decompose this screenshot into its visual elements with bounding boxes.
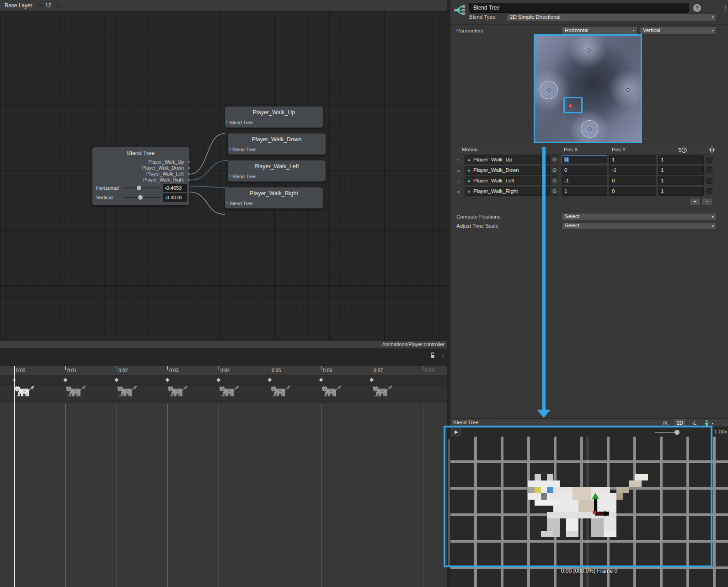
drag-handle[interactable]: = (457, 178, 460, 185)
pos-y-field[interactable]: 0 (609, 176, 656, 185)
tick-label: 0:00 (16, 368, 25, 373)
node-player-walk-up[interactable]: Player_Walk_Up Blend Tree (225, 107, 323, 128)
unlock-icon[interactable] (429, 352, 436, 359)
motion-table-header: Motion Pos X Pos Y (456, 145, 716, 155)
blend-space-graph[interactable] (534, 34, 642, 143)
speed-field[interactable]: 1 (658, 166, 704, 175)
transform-gizmo[interactable] (582, 493, 609, 520)
unity-editor: Base Layer 12 Blend Tree Player_Walk_Up … (0, 0, 728, 587)
blend-type-dropdown[interactable]: 2D Simple Directional (507, 13, 717, 21)
parameter-y-dropdown[interactable]: Vertical (640, 27, 717, 35)
object-picker-icon[interactable]: ⊙ (551, 176, 558, 185)
output-port-walk-up[interactable]: Player_Walk_Up (92, 159, 189, 165)
slider-handle[interactable] (137, 186, 141, 190)
keyframe[interactable] (369, 377, 374, 382)
avatar-selector[interactable]: ▼ (701, 419, 717, 427)
breadcrumb-blend-tree-12[interactable]: 12 (45, 2, 51, 9)
vertical-slider[interactable] (123, 197, 160, 198)
blend-tree-node[interactable]: Blend Tree Player_Walk_Up Player_Walk_Do… (92, 147, 189, 205)
parameter-x-dropdown[interactable]: Horizontal (562, 27, 637, 35)
keyframe[interactable] (318, 377, 323, 382)
keyframe-track[interactable] (0, 375, 447, 384)
ik-toggle-button[interactable]: IK (661, 419, 670, 427)
drag-handle[interactable]: = (457, 189, 460, 195)
pos-y-field[interactable]: -1 (609, 166, 656, 175)
inspector-menu-icon[interactable]: ⋮ (723, 4, 728, 11)
remove-motion-button[interactable]: − (701, 198, 713, 205)
drag-handle[interactable]: = (457, 157, 460, 164)
object-picker-icon[interactable]: ⊙ (551, 187, 558, 196)
pos-x-field[interactable]: 0 (562, 166, 607, 175)
cat-sprite-thumbnail (15, 386, 34, 400)
horizontal-slider[interactable] (123, 187, 160, 188)
mirror-checkbox[interactable] (707, 167, 712, 173)
speed-field[interactable]: 1 (658, 187, 704, 196)
output-port-walk-down[interactable]: Player_Walk_Down (92, 165, 189, 171)
horizontal-value[interactable]: -0.4653 (163, 184, 187, 192)
keyframe[interactable] (114, 377, 119, 382)
adjust-time-scale-dropdown[interactable]: Select (562, 222, 717, 229)
port-dot-icon (188, 161, 190, 163)
blend-position-dot[interactable] (568, 104, 573, 108)
vertical-value[interactable]: -0.4078 (163, 193, 187, 202)
preview-menu-icon[interactable]: ⋮ (721, 419, 728, 427)
pos-x-field[interactable]: 1 (562, 187, 607, 196)
blend-tree-name-input[interactable] (469, 3, 689, 13)
vertical-scrollbar[interactable] (448, 439, 450, 567)
speed-slider-handle[interactable] (674, 430, 680, 435)
output-port-walk-right[interactable]: Player_Walk_Right (92, 177, 189, 183)
grid-line (167, 404, 168, 587)
motion-field[interactable]: ▲Player_Walk_Left (465, 176, 550, 185)
motion-field[interactable]: ▲Player_Walk_Down (465, 166, 550, 175)
motion-point-right[interactable] (626, 88, 631, 92)
dopesheet-body[interactable] (0, 400, 447, 587)
help-icon[interactable]: ? (693, 4, 701, 12)
slider-handle[interactable] (138, 195, 143, 200)
motion-point-up[interactable] (587, 48, 591, 53)
port-dot-icon (229, 175, 231, 177)
pos-x-field[interactable]: -1 (562, 176, 607, 185)
animator-graph-canvas[interactable] (0, 11, 447, 341)
object-picker-icon[interactable]: ⊙ (551, 166, 558, 175)
tick-label: 0:01 (67, 368, 76, 373)
output-port-walk-left[interactable]: Player_Walk_Left (92, 171, 189, 177)
node-title: Player_Walk_Left (228, 160, 326, 170)
breadcrumb-base-layer[interactable]: Base Layer (5, 2, 32, 9)
pivot-gizmo-icon[interactable] (689, 419, 699, 427)
keyframe[interactable] (216, 377, 221, 382)
mirror-checkbox[interactable] (707, 188, 712, 194)
node-player-walk-left[interactable]: Player_Walk_Left Blend Tree (228, 160, 326, 181)
keyframe[interactable] (63, 377, 68, 382)
pos-x-field[interactable]: 0 (562, 155, 607, 164)
play-button[interactable]: ▶ (450, 427, 463, 437)
motion-row-walk-right: = ▲Player_Walk_Right ⊙ 1 0 1 (456, 187, 728, 197)
speed-value: 1.00x (714, 429, 727, 434)
preview-titlebar[interactable]: Blend Tree IK 2D ▼ ⋮ (450, 418, 728, 427)
mirror-checkbox[interactable] (707, 157, 712, 163)
node-player-walk-down[interactable]: Player_Walk_Down Blend Tree (228, 133, 326, 155)
keyframe[interactable] (267, 377, 272, 382)
vertical-slider-row: Vertical -0.4078 (92, 192, 189, 202)
playhead[interactable] (14, 366, 15, 587)
mirror-checkbox[interactable] (707, 178, 712, 184)
pos-y-field[interactable]: 0 (609, 187, 656, 196)
speed-field[interactable]: 1 (658, 155, 704, 164)
pos-y-field[interactable]: 1 (609, 155, 656, 164)
add-motion-button[interactable]: + (689, 198, 701, 205)
node-player-walk-right[interactable]: Player_Walk_Right Blend Tree (225, 187, 323, 208)
motion-field[interactable]: ▲Player_Walk_Up (465, 155, 550, 164)
timeline-ruler[interactable]: 0:00 0:01 0:02 0:03 0:04 0:05 0:06 0:07 … (0, 366, 447, 375)
drag-handle[interactable]: = (457, 168, 460, 174)
object-picker-icon[interactable]: ⊙ (551, 155, 558, 164)
adjust-time-scale-label: Adjust Time Scale (456, 223, 498, 229)
2d-toggle-button[interactable]: 2D (674, 419, 685, 427)
horizontal-slider-row: Horizontal -0.4653 (92, 183, 189, 192)
tick-mark (65, 366, 66, 370)
horizontal-label: Horizontal (96, 185, 123, 191)
compute-positions-dropdown[interactable]: Select (562, 213, 717, 220)
motion-field[interactable]: ▲Player_Walk_Right (465, 187, 550, 196)
keyframe[interactable] (165, 377, 170, 382)
speed-field[interactable]: 1 (658, 176, 704, 185)
cat-sprite-thumbnail (219, 386, 239, 400)
animation-menu-icon[interactable]: ⋮ (440, 352, 446, 359)
